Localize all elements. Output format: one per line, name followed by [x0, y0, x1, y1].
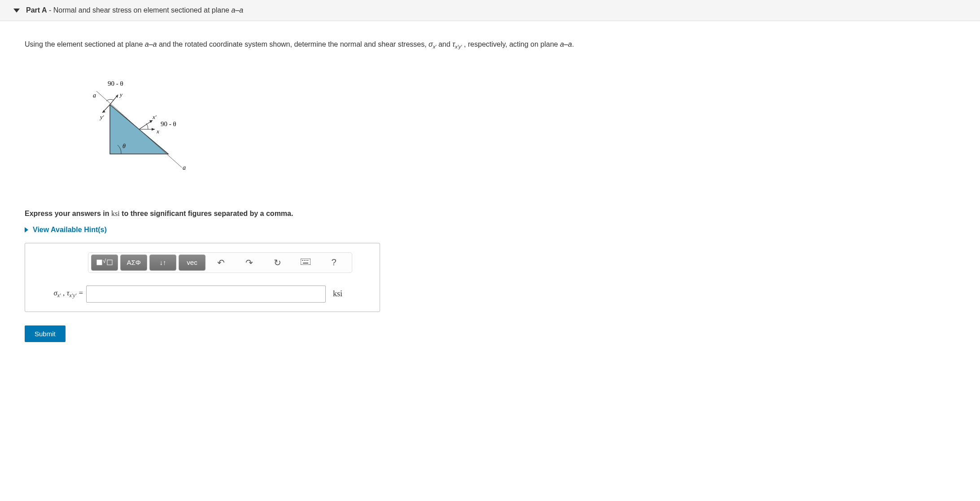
- part-plane-label: a–a: [231, 6, 243, 14]
- q-prefix: Using the element sectioned at plane: [25, 40, 145, 48]
- equation-toolbar: √ ΑΣΦ ↓↑ vec ↶ ↷ ↻ ?: [88, 252, 352, 273]
- submit-button[interactable]: Submit: [25, 325, 66, 342]
- redo-button[interactable]: ↷: [236, 255, 262, 270]
- instr-unit: ksi: [111, 210, 120, 217]
- svg-rect-17: [307, 260, 308, 261]
- keyboard-icon: [301, 259, 311, 266]
- q-end: .: [572, 40, 574, 48]
- answer-instruction: Express your answers in ksi to three sig…: [25, 210, 962, 218]
- part-title: Part A - Normal and shear stress on elem…: [26, 6, 243, 14]
- q-sigma: σ: [429, 40, 433, 48]
- svg-rect-18: [303, 263, 308, 264]
- collapse-caret-icon[interactable]: [13, 9, 20, 13]
- svg-rect-10: [97, 260, 102, 265]
- diag-y: y: [119, 91, 122, 98]
- answer-row: σx′ , τx′y′ = ksi: [34, 286, 371, 303]
- svg-marker-7: [149, 120, 153, 123]
- svg-rect-14: [302, 260, 303, 261]
- part-title-text: Normal and shear stress on element secti…: [53, 6, 232, 14]
- diag-a-top: a: [93, 92, 96, 99]
- q-mid2: , respectively, acting on plane: [462, 40, 560, 48]
- part-separator: -: [47, 6, 53, 14]
- diag-x: x: [156, 128, 159, 135]
- reset-button[interactable]: ↻: [264, 255, 290, 270]
- svg-text:√: √: [103, 258, 106, 264]
- greek-button[interactable]: ΑΣΦ: [120, 255, 147, 271]
- greek-label: ΑΣΦ: [127, 259, 140, 266]
- answer-entry-panel: √ ΑΣΦ ↓↑ vec ↶ ↷ ↻ ? σx′ , τx′y′ = ksi: [25, 243, 380, 312]
- content-area: Using the element sectioned at plane a–a…: [0, 21, 980, 325]
- part-header: Part A - Normal and shear stress on elem…: [0, 0, 980, 21]
- q-mid1: and the rotated coordinate system shown,…: [157, 40, 429, 48]
- redo-icon: ↷: [245, 257, 253, 268]
- svg-rect-12: [107, 260, 112, 265]
- submit-label: Submit: [35, 330, 56, 338]
- answer-input[interactable]: [86, 286, 326, 303]
- svg-rect-13: [301, 259, 311, 265]
- diag-xprime: x′: [152, 114, 157, 120]
- hints-text: View Available Hint(s): [33, 226, 107, 234]
- diag-90theta-right: 90 - θ: [161, 120, 176, 127]
- lbl-tau-sub: x′y′: [70, 293, 77, 299]
- svg-marker-5: [102, 110, 105, 113]
- templates-icon: √: [96, 258, 113, 267]
- diag-a-bottom: a: [183, 164, 186, 171]
- lbl-sigma: σ: [53, 289, 57, 297]
- templates-button[interactable]: √: [91, 255, 118, 271]
- vec-button[interactable]: vec: [179, 255, 206, 271]
- q-plane2: a–a: [560, 40, 572, 48]
- undo-button[interactable]: ↶: [208, 255, 234, 270]
- question-text: Using the element sectioned at plane a–a…: [25, 39, 962, 51]
- answer-unit: ksi: [333, 289, 342, 299]
- undo-icon: ↶: [217, 257, 225, 268]
- caret-right-icon: [25, 227, 28, 233]
- part-label: Part A: [26, 6, 47, 14]
- subsup-label: ↓↑: [160, 259, 166, 266]
- view-hints-link[interactable]: View Available Hint(s): [25, 226, 962, 234]
- q-tau-sub: x′y′: [455, 44, 462, 49]
- diag-90theta-top: 90 - θ: [108, 80, 123, 87]
- diag-yprime: y′: [99, 114, 104, 120]
- lbl-sigma-sub: x′: [57, 293, 61, 299]
- instr-pre: Express your answers in: [25, 210, 111, 217]
- reset-icon: ↻: [274, 257, 281, 268]
- instr-post: to three significant figures separated b…: [120, 210, 293, 217]
- answer-variable-label: σx′ , τx′y′ =: [34, 289, 86, 299]
- stress-element-diagram: 90 - θ a y y′ x′ 90 - θ x θ a: [65, 78, 962, 178]
- subsup-button[interactable]: ↓↑: [149, 255, 176, 271]
- vec-label: vec: [187, 259, 197, 266]
- lbl-sep: ,: [61, 289, 67, 297]
- svg-rect-15: [304, 260, 305, 261]
- svg-rect-16: [306, 260, 306, 261]
- help-button[interactable]: ?: [321, 255, 347, 270]
- diag-theta: θ: [122, 143, 126, 149]
- lbl-equals: =: [76, 289, 83, 297]
- q-plane1: a–a: [145, 40, 157, 48]
- keyboard-button[interactable]: [293, 255, 319, 270]
- help-icon: ?: [331, 257, 336, 268]
- q-and: and: [436, 40, 452, 48]
- svg-marker-9: [152, 128, 155, 131]
